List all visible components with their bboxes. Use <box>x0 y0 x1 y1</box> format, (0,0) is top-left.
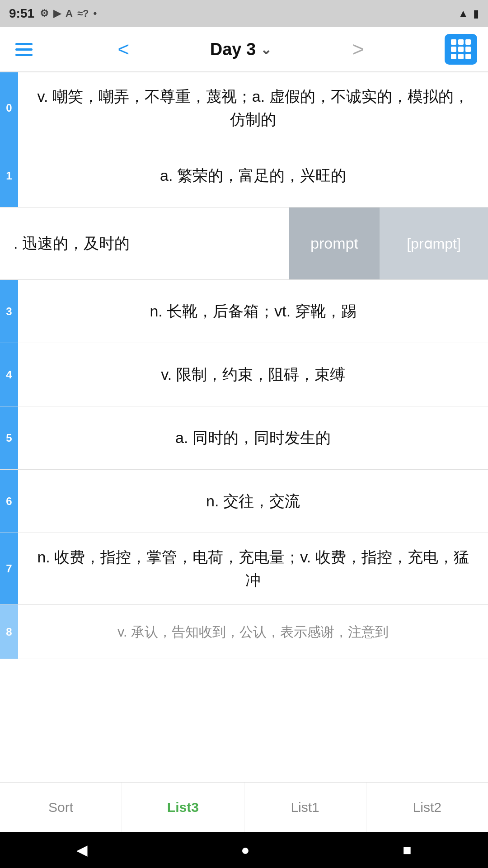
settings-icon: ⚙ <box>40 8 49 19</box>
card-definition-6: n. 交往，交流 <box>18 470 488 533</box>
dot-icon: • <box>93 8 97 19</box>
nav-title-chevron-icon: ⌄ <box>260 42 272 57</box>
grid-icon <box>451 39 471 59</box>
popup-phonetic-text: [prɑmpt] <box>380 208 488 279</box>
battery-icon: ▮ <box>473 7 479 20</box>
card-index-5: 5 <box>0 406 18 469</box>
word-card-1[interactable]: 1 a. 繁荣的，富足的，兴旺的 <box>0 144 488 208</box>
status-time: 9:51 <box>9 6 34 21</box>
tab-list1[interactable]: List1 <box>244 783 366 832</box>
menu-button[interactable] <box>11 38 37 61</box>
card-index-4: 4 <box>0 343 18 406</box>
word-card-7[interactable]: 7 n. 收费，指控，掌管，电荷，充电量；v. 收费，指控，充电，猛冲 <box>0 533 488 605</box>
grid-view-button[interactable] <box>445 34 477 65</box>
card-index-8: 8 <box>0 605 18 659</box>
sys-home-button[interactable]: ● <box>241 842 249 859</box>
card-definition-0: v. 嘲笑，嘲弄，不尊重，蔑视；a. 虚假的，不诚实的，模拟的，仿制的 <box>18 72 488 144</box>
bottom-tab-bar: Sort List3 List1 List2 <box>0 782 488 832</box>
play-icon: ▶ <box>53 8 61 19</box>
cards-container: 0 v. 嘲笑，嘲弄，不尊重，蔑视；a. 虚假的，不诚实的，模拟的，仿制的 1 … <box>0 72 488 750</box>
card-index-7: 7 <box>0 533 18 604</box>
sys-recents-button[interactable]: ■ <box>403 842 411 859</box>
text-icon: A <box>66 8 73 19</box>
wifi-icon: ≈? <box>77 8 89 19</box>
popup-word-text: prompt <box>289 208 380 279</box>
nav-title-text: Day 3 <box>210 40 256 59</box>
status-bar: 9:51 ⚙ ▶ A ≈? • ▲ ▮ <box>0 0 488 27</box>
card-index-6: 6 <box>0 470 18 533</box>
card-definition-4: v. 限制，约束，阻碍，束缚 <box>18 343 488 406</box>
top-nav: < Day 3 ⌄ > <box>0 27 488 72</box>
back-button[interactable]: < <box>113 39 134 59</box>
tab-list2[interactable]: List2 <box>366 783 488 832</box>
word-card-3[interactable]: 3 n. 长靴，后备箱；vt. 穿靴，踢 <box>0 280 488 343</box>
system-nav-bar: ◀ ● ■ <box>0 832 488 868</box>
word-popup[interactable]: prompt [prɑmpt] <box>289 208 488 279</box>
card-definition-5: a. 同时的，同时发生的 <box>18 406 488 469</box>
card-definition-1: a. 繁荣的，富足的，兴旺的 <box>18 144 488 207</box>
tab-list3[interactable]: List3 <box>122 783 244 832</box>
card-index-1: 1 <box>0 144 18 207</box>
tab-sort[interactable]: Sort <box>0 783 122 832</box>
word-card-8[interactable]: 8 v. 承认，告知收到，公认，表示感谢，注意到 <box>0 605 488 659</box>
word-card-6[interactable]: 6 n. 交往，交流 <box>0 470 488 533</box>
sys-back-button[interactable]: ◀ <box>76 841 88 859</box>
card-definition-3: n. 长靴，后备箱；vt. 穿靴，踢 <box>18 280 488 343</box>
bottom-spacer <box>0 659 488 750</box>
nav-title[interactable]: Day 3 ⌄ <box>210 40 272 59</box>
card-index-0: 0 <box>0 72 18 144</box>
card-definition-8: v. 承认，告知收到，公认，表示感谢，注意到 <box>18 605 488 659</box>
word-card-4[interactable]: 4 v. 限制，约束，阻碍，束缚 <box>0 343 488 406</box>
card-definition-7: n. 收费，指控，掌管，电荷，充电量；v. 收费，指控，充电，猛冲 <box>18 533 488 604</box>
word-card-0[interactable]: 0 v. 嘲笑，嘲弄，不尊重，蔑视；a. 虚假的，不诚实的，模拟的，仿制的 <box>0 72 488 144</box>
forward-button[interactable]: > <box>348 38 369 61</box>
signal-icon: ▲ <box>458 7 469 20</box>
card-index-3: 3 <box>0 280 18 343</box>
word-card-5[interactable]: 5 a. 同时的，同时发生的 <box>0 406 488 470</box>
word-card-2[interactable]: . 迅速的，及时的 prompt [prɑmpt] <box>0 208 488 280</box>
